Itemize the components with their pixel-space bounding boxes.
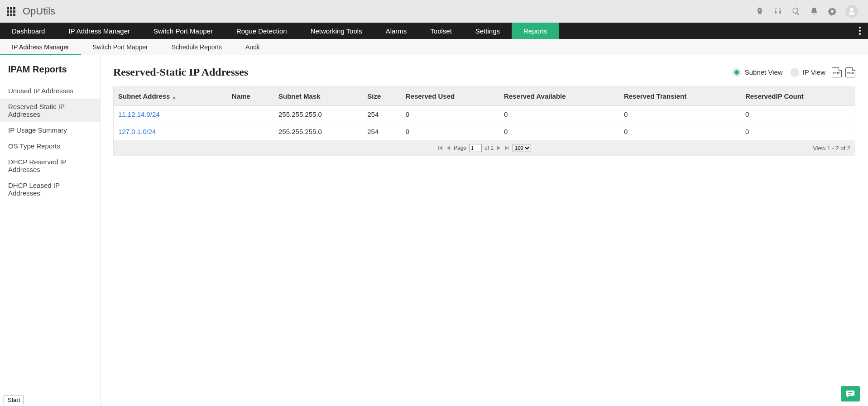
nav-rogue-detection[interactable]: Rogue Detection bbox=[225, 23, 299, 39]
toggle-ip-view[interactable]: IP View bbox=[790, 68, 825, 77]
col-reserved-available[interactable]: Reserved Available bbox=[499, 87, 619, 106]
svg-point-1 bbox=[859, 30, 861, 32]
cell-size: 254 bbox=[363, 106, 401, 123]
pager-of-label: of 1 bbox=[484, 145, 494, 151]
cell-subnet-link[interactable]: 11.12.14.0/24 bbox=[114, 106, 227, 123]
main-content: Reserved-Static IP Addresses Subnet View… bbox=[101, 55, 868, 406]
app-title: OpUtils bbox=[23, 5, 55, 17]
toggle-subnet-label: Subnet View bbox=[745, 68, 783, 76]
data-table-wrap: Subnet Address▲ Name Subnet Mask Size Re… bbox=[113, 86, 855, 156]
cell-transient: 0 bbox=[619, 123, 741, 140]
page-title: Reserved-Static IP Addresses bbox=[113, 66, 248, 78]
export-pdf-icon[interactable]: PDF bbox=[832, 67, 842, 77]
subnav-ip-address-manager[interactable]: IP Address Manager bbox=[0, 39, 81, 55]
radio-on-icon bbox=[732, 68, 741, 77]
rocket-icon[interactable] bbox=[755, 6, 765, 16]
pager: Page of 1 100 View 1 - 2 of 2 bbox=[114, 140, 855, 156]
nav-switch-port-mapper[interactable]: Switch Port Mapper bbox=[142, 23, 225, 39]
table-header-row: Subnet Address▲ Name Subnet Mask Size Re… bbox=[114, 87, 855, 106]
search-icon[interactable] bbox=[791, 6, 801, 16]
col-reserved-used[interactable]: Reserved Used bbox=[401, 87, 499, 106]
cell-count: 0 bbox=[741, 123, 855, 140]
nav-settings[interactable]: Settings bbox=[464, 23, 512, 39]
toggle-subnet-view[interactable]: Subnet View bbox=[732, 68, 783, 77]
sidebar-item-reserved-static[interactable]: Reserved-Static IP Addresses bbox=[0, 99, 100, 122]
sidebar-item-os-type-reports[interactable]: OS Type Reports bbox=[0, 138, 100, 154]
cell-name bbox=[227, 106, 274, 123]
radio-off-icon bbox=[790, 68, 799, 77]
cell-mask: 255.255.255.0 bbox=[274, 106, 363, 123]
sidebar-item-dhcp-leased[interactable]: DHCP Leased IP Addresses bbox=[0, 177, 100, 201]
cell-size: 254 bbox=[363, 123, 401, 140]
nav-alarms[interactable]: Alarms bbox=[374, 23, 419, 39]
pager-prev-icon[interactable] bbox=[446, 145, 451, 151]
sidebar: IPAM Reports Unused IP Addresses Reserve… bbox=[0, 55, 101, 406]
sidebar-item-dhcp-reserved[interactable]: DHCP Reserved IP Addresses bbox=[0, 154, 100, 177]
cell-count: 0 bbox=[741, 106, 855, 123]
col-reserved-transient[interactable]: Reserved Transient bbox=[619, 87, 741, 106]
nav-ip-address-manager[interactable]: IP Address Manager bbox=[57, 23, 142, 39]
headset-icon[interactable] bbox=[773, 6, 783, 16]
sort-asc-icon: ▲ bbox=[172, 95, 176, 100]
col-size[interactable]: Size bbox=[363, 87, 401, 106]
bell-icon[interactable] bbox=[809, 6, 819, 16]
cell-available: 0 bbox=[499, 123, 619, 140]
gear-icon[interactable] bbox=[827, 6, 837, 16]
export-icons: PDF CSV bbox=[832, 67, 855, 77]
chat-float-icon[interactable] bbox=[841, 386, 860, 401]
sidebar-title: IPAM Reports bbox=[0, 62, 100, 83]
sub-nav: IP Address Manager Switch Port Mapper Sc… bbox=[0, 39, 868, 55]
nav-networking-tools[interactable]: Networking Tools bbox=[299, 23, 374, 39]
cell-used: 0 bbox=[401, 123, 499, 140]
nav-dashboard[interactable]: Dashboard bbox=[0, 23, 57, 39]
primary-nav: Dashboard IP Address Manager Switch Port… bbox=[0, 23, 868, 39]
pager-page-input[interactable] bbox=[469, 144, 482, 152]
col-subnet-address[interactable]: Subnet Address▲ bbox=[114, 87, 227, 106]
app-grid-icon[interactable] bbox=[5, 6, 16, 17]
start-button[interactable]: Start bbox=[4, 396, 24, 404]
sidebar-item-unused-ip[interactable]: Unused IP Addresses bbox=[0, 83, 100, 99]
cell-transient: 0 bbox=[619, 106, 741, 123]
pager-view-label: View 1 - 2 of 2 bbox=[813, 145, 850, 152]
topbar-icons bbox=[755, 5, 863, 18]
col-name[interactable]: Name bbox=[227, 87, 274, 106]
subnav-schedule-reports[interactable]: Schedule Reports bbox=[160, 39, 234, 55]
cell-used: 0 bbox=[401, 106, 499, 123]
sidebar-item-ip-usage-summary[interactable]: IP Usage Summary bbox=[0, 122, 100, 138]
pager-page-label: Page bbox=[454, 145, 466, 151]
cell-name bbox=[227, 123, 274, 140]
export-csv-icon[interactable]: CSV bbox=[845, 67, 855, 77]
nav-reports[interactable]: Reports bbox=[512, 23, 559, 39]
avatar-icon[interactable] bbox=[845, 5, 858, 18]
subnav-audit[interactable]: Audit bbox=[234, 39, 272, 55]
main-header: Reserved-Static IP Addresses Subnet View… bbox=[113, 66, 855, 78]
subnav-switch-port-mapper[interactable]: Switch Port Mapper bbox=[81, 39, 160, 55]
pager-page-size-select[interactable]: 100 bbox=[513, 144, 531, 152]
pager-next-icon[interactable] bbox=[496, 145, 502, 151]
col-reservedip-count[interactable]: ReservedIP Count bbox=[741, 87, 855, 106]
table-row: 11.12.14.0/24 255.255.255.0 254 0 0 0 0 bbox=[114, 106, 855, 123]
cell-subnet-link[interactable]: 127.0.1.0/24 bbox=[114, 123, 227, 140]
cell-available: 0 bbox=[499, 106, 619, 123]
view-toggle: Subnet View IP View bbox=[732, 68, 825, 77]
nav-toolset[interactable]: Toolset bbox=[418, 23, 464, 39]
col-subnet-mask[interactable]: Subnet Mask bbox=[274, 87, 363, 106]
topbar: OpUtils bbox=[0, 0, 868, 23]
table-row: 127.0.1.0/24 255.255.255.0 254 0 0 0 0 bbox=[114, 123, 855, 140]
toggle-ip-label: IP View bbox=[803, 68, 825, 76]
pager-first-icon[interactable] bbox=[437, 145, 443, 151]
pager-last-icon[interactable] bbox=[504, 145, 510, 151]
more-icon[interactable] bbox=[852, 23, 868, 39]
cell-mask: 255.255.255.0 bbox=[274, 123, 363, 140]
svg-point-0 bbox=[859, 27, 861, 29]
svg-point-2 bbox=[859, 33, 861, 35]
data-table: Subnet Address▲ Name Subnet Mask Size Re… bbox=[114, 87, 855, 140]
